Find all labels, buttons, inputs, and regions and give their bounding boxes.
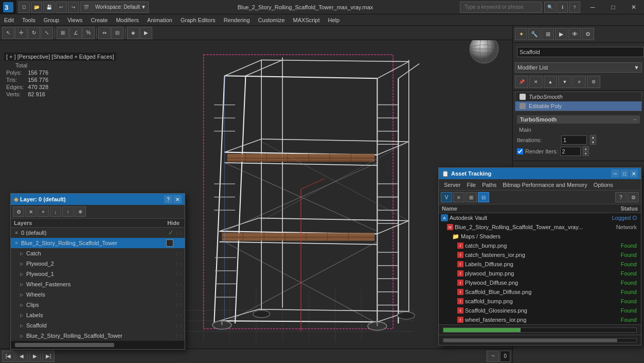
asset-menu-bitmap-perf[interactable]: Bitmap Performance and Memory <box>499 179 590 191</box>
layer-item-clips[interactable]: ▷ Clips ⋮⋮ <box>11 300 185 310</box>
redo-btn[interactable]: ↪ <box>68 2 79 13</box>
asset-row-catch-fasteners[interactable]: f catch_fasteners_ior.png Found <box>439 250 641 260</box>
layers-select-btn[interactable]: ↑ <box>62 206 74 217</box>
menu-edit[interactable]: Edit <box>0 14 18 26</box>
menu-customize[interactable]: Customize <box>254 14 289 26</box>
asset-row-scaffold-blue[interactable]: f Scaffold_Blue_Diffuse.png Found <box>439 287 641 297</box>
snap-btn[interactable]: ⊞ <box>57 27 69 39</box>
move-modifier-down-btn[interactable]: ▼ <box>558 76 571 88</box>
asset-row-scaffold-bump[interactable]: f scaffold_bump.png Found <box>439 297 641 306</box>
object-name-input[interactable]: Scaffold <box>517 47 644 57</box>
maximize-btn[interactable]: □ <box>603 0 623 14</box>
menu-tools[interactable]: Tools <box>18 14 40 26</box>
asset-menu-options[interactable]: Options <box>591 179 616 191</box>
asset-help-btn[interactable]: ? <box>615 192 627 202</box>
menu-help[interactable]: Help <box>324 14 344 26</box>
percent-snap-btn[interactable]: % <box>82 27 95 39</box>
layer-vis-checkbox[interactable] <box>166 239 173 247</box>
menu-modifiers[interactable]: Modifiers <box>112 14 143 26</box>
modify-tab[interactable]: 🔧 <box>528 28 541 40</box>
ts-collapse-btn[interactable]: ─ <box>634 117 637 122</box>
iter-up-btn[interactable]: ▲ <box>590 135 596 140</box>
config-btn[interactable]: ⚙ <box>587 76 600 88</box>
minimize-btn[interactable]: ─ <box>582 0 603 14</box>
layer-item-scaffold[interactable]: ▷ Scaffold ⋮⋮ <box>11 320 185 331</box>
menu-animation[interactable]: Animation <box>143 14 176 26</box>
select-btn[interactable]: ↖ <box>2 27 14 39</box>
scale-btn[interactable]: ⤡ <box>41 27 53 39</box>
layers-help-btn[interactable]: ? <box>164 195 172 203</box>
menu-maxscript[interactable]: MAXScript <box>289 14 324 26</box>
asset-close-btn[interactable]: ✕ <box>630 169 638 178</box>
new-btn[interactable]: 🗋 <box>19 2 30 13</box>
layer-item-default[interactable]: ≡ 0 (default) ✓ ⋮⋮ <box>11 228 185 238</box>
rotate-btn[interactable]: ↻ <box>28 27 40 39</box>
ri-down-btn[interactable]: ▼ <box>583 151 589 156</box>
render-btn[interactable]: ▶ <box>140 27 152 39</box>
mini-curve-btn[interactable]: ~ <box>487 351 499 362</box>
material-editor-btn[interactable]: ◈ <box>127 27 139 39</box>
ri-up-btn[interactable]: ▲ <box>583 146 589 151</box>
modifier-list-dropdown[interactable]: Modifier List ▼ <box>515 62 642 73</box>
layer-item-plywood2[interactable]: ▷ Plywood_2 ⋮⋮ <box>11 258 185 269</box>
layer-item-plywood1[interactable]: ▷ Plywood_1 ⋮⋮ <box>11 269 185 279</box>
utilities-tab[interactable]: ⚙ <box>582 28 594 40</box>
asset-row-vault[interactable]: A Autodesk Vault Logged O <box>439 213 641 222</box>
render-iters-input[interactable] <box>560 147 581 156</box>
asset-row-plywood-diffuse[interactable]: f Plywood_Diffuse.png Found <box>439 278 641 287</box>
hierarchy-tab[interactable]: ⊞ <box>542 28 554 40</box>
asset-row-maps[interactable]: 📁 Maps / Shaders <box>439 232 641 241</box>
iterations-spinner[interactable]: ▲ ▼ <box>590 135 596 145</box>
mirror-btn[interactable]: ⇔ <box>98 27 111 39</box>
layer-item-wheels[interactable]: ▷ Wheels ⋮⋮ <box>11 289 185 300</box>
editable-poly-modifier[interactable]: Editable Poly <box>515 101 641 111</box>
close-btn[interactable]: ✕ <box>623 0 644 14</box>
workspace-dropdown[interactable]: Workspace: Default ▼ <box>93 2 149 13</box>
asset-row-plywood-bump[interactable]: f plywood_bump.png Found <box>439 269 641 278</box>
angle-snap-btn[interactable]: ∠ <box>69 27 82 39</box>
search-input[interactable] <box>460 2 542 13</box>
timeline-btn[interactable]: |◀ <box>2 351 14 362</box>
display-tab[interactable]: 👁 <box>568 28 581 40</box>
save-btn[interactable]: 💾 <box>43 2 55 13</box>
asset-thumb-btn[interactable]: ⊞ <box>466 192 477 202</box>
asset-row-wheel-fast[interactable]: f wheel_fasteners_ior.png Found <box>439 315 641 324</box>
show-all-btn[interactable]: ≡ <box>573 76 586 88</box>
asset-menu-paths[interactable]: Paths <box>479 179 499 191</box>
layer-item-catch[interactable]: ▷ Catch ⋮⋮ <box>11 248 185 258</box>
menu-graph-editors[interactable]: Graph Editors <box>176 14 220 26</box>
modifier-visibility-bulb2[interactable] <box>520 103 526 109</box>
asset-menu-file[interactable]: File <box>463 179 479 191</box>
asset-settings-btn[interactable]: ⚙ <box>628 192 639 202</box>
asset-detail-btn[interactable]: ⊟ <box>478 192 489 202</box>
asset-menu-server[interactable]: Server <box>441 179 463 191</box>
asset-row-catch-bump[interactable]: f catch_bump.png Found <box>439 241 641 250</box>
asset-row-scaffold-gloss[interactable]: f Scaffold_Glossiness.png Found <box>439 306 641 315</box>
info-btn[interactable]: ℹ <box>557 2 568 13</box>
next-frame-btn[interactable]: ▶| <box>42 351 55 362</box>
render-iters-checkbox[interactable] <box>517 148 523 154</box>
menu-create[interactable]: Create <box>86 14 112 26</box>
move-modifier-up-btn[interactable]: ▲ <box>544 76 557 88</box>
play-btn[interactable]: ▶ <box>29 351 41 362</box>
pin-modifier-btn[interactable]: 📌 <box>515 76 528 88</box>
motion-tab[interactable]: ▶ <box>555 28 567 40</box>
layers-scrollbar[interactable] <box>15 343 181 347</box>
layers-move-to-btn[interactable]: ↓ <box>50 206 61 217</box>
menu-group[interactable]: Group <box>40 14 64 26</box>
render-setup-btn[interactable]: 🎬 <box>80 2 92 13</box>
frame-counter[interactable]: 0 <box>500 351 510 362</box>
render-iters-spinner[interactable]: ▲ ▼ <box>583 146 589 156</box>
asset-row-main-file[interactable]: M Blue_2_Story_Rolling_Scaffold_Tower_ma… <box>439 222 641 232</box>
menu-views[interactable]: Views <box>63 14 86 26</box>
layers-settings-btn[interactable]: ⚙ <box>13 206 24 217</box>
asset-vault-btn[interactable]: V <box>441 192 452 202</box>
layers-add-btn[interactable]: + <box>38 206 49 217</box>
layers-freeze-btn[interactable]: ❄ <box>75 206 86 217</box>
open-btn[interactable]: 📂 <box>31 2 42 13</box>
help-btn[interactable]: ? <box>569 2 580 13</box>
iterations-input[interactable] <box>561 135 587 145</box>
turbosmooth-modifier[interactable]: TurboSmooth <box>515 92 641 101</box>
move-btn[interactable]: ✛ <box>15 27 27 39</box>
modifier-visibility-bulb[interactable] <box>520 94 526 100</box>
